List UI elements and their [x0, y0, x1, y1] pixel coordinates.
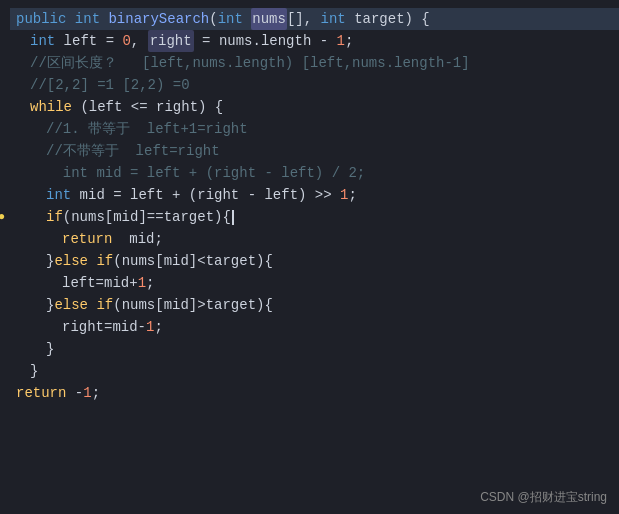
code-line-11: return mid; [10, 228, 619, 250]
text-cursor [232, 210, 234, 225]
code-editor: public int binarySearch(int nums[], int … [0, 0, 619, 412]
code-line-3: //区间长度？ [left,nums.length) [left,nums.le… [10, 52, 619, 74]
param-nums: nums [251, 8, 287, 30]
keyword-int: int [75, 8, 100, 30]
code-line-13: left=mid+1; [10, 272, 619, 294]
keyword-public: public [16, 8, 66, 30]
watermark: CSDN @招财进宝string [480, 489, 607, 506]
code-line-17: } [10, 360, 619, 382]
code-line-10: if(nums[mid]==target){ [10, 206, 619, 228]
highlight-right: right [148, 30, 194, 52]
code-line-8: int mid = left + (right - left) / 2; [10, 162, 619, 184]
code-line-5: while (left <= right) { [10, 96, 619, 118]
code-line-14: }else if(nums[mid]>target){ [10, 294, 619, 316]
function-name: binarySearch [108, 8, 209, 30]
code-line-16: } [10, 338, 619, 360]
code-line-15: right=mid-1; [10, 316, 619, 338]
code-line-18: return -1; [10, 382, 619, 404]
code-line-12: }else if(nums[mid]<target){ [10, 250, 619, 272]
code-line-9: int mid = left + (right - left) >> 1; [10, 184, 619, 206]
code-line-4: //[2,2] =1 [2,2) =0 [10, 74, 619, 96]
code-line-7: //不带等于 left=right [10, 140, 619, 162]
code-line-6: //1. 带等于 left+1=right [10, 118, 619, 140]
code-line-1: public int binarySearch(int nums[], int … [10, 8, 619, 30]
code-line-2: int left = 0, right = nums.length - 1; [10, 30, 619, 52]
